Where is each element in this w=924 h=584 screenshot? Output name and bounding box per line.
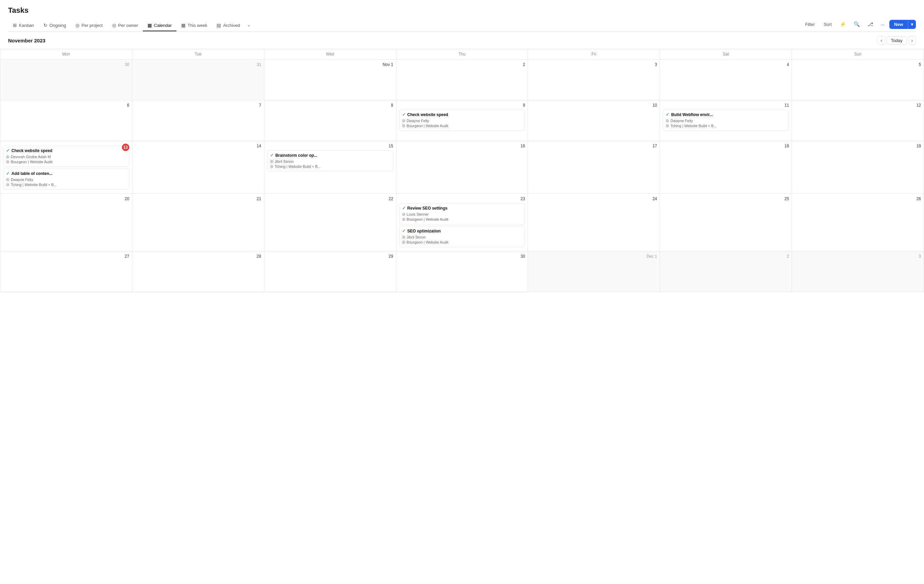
tab-icon-ongoing: ↻	[43, 23, 48, 28]
task-title-t4: ✓Add table of conten...	[6, 171, 126, 176]
project-icon: ◎	[6, 160, 10, 164]
calendar-day-3-4[interactable]: 24	[528, 194, 660, 251]
share-button[interactable]: ⎇	[865, 20, 876, 29]
day-number-1-1: 7	[135, 103, 261, 108]
calendar-day-1-4[interactable]: 10	[528, 100, 660, 141]
calendar-day-1-0[interactable]: 6	[0, 100, 132, 141]
calendar-day-2-5[interactable]: 18	[660, 141, 792, 193]
calendar-day-2-0[interactable]: 13✓Check website speed◎Devorah Grothe Ad…	[0, 141, 132, 193]
calendar-day-2-1[interactable]: 14	[132, 141, 264, 193]
search-button[interactable]: 🔍	[851, 20, 863, 29]
calendar-day-3-6[interactable]: 26	[792, 194, 924, 251]
task-assignee-t6: ◎Louis Sterner	[402, 212, 522, 216]
calendar-day-0-3[interactable]: 2	[396, 59, 528, 100]
day-number-0-5: 4	[663, 62, 789, 67]
calendar-day-1-2[interactable]: 8	[264, 100, 396, 141]
calendar-week-2: 13✓Check website speed◎Devorah Grothe Ad…	[0, 141, 924, 194]
next-button[interactable]: ›	[908, 36, 916, 45]
tab-ongoing[interactable]: ↻Ongoing	[39, 20, 71, 31]
calendar-day-2-3[interactable]: 16	[396, 141, 528, 193]
calendar-day-4-6[interactable]: 3	[792, 251, 924, 292]
day-number-1-0: 6	[3, 103, 129, 108]
prev-button[interactable]: ‹	[878, 36, 885, 45]
calendar-day-0-6[interactable]: 5	[792, 59, 924, 100]
today-badge: 13	[122, 144, 129, 151]
task-card-t5[interactable]: ✓Brainstorm color op...◎Jibril Simon◎Tch…	[267, 150, 393, 171]
day-header-sun: Sun	[792, 49, 924, 59]
sort-button[interactable]: Sort	[820, 20, 835, 29]
header: Tasks ⊞Kanban↻Ongoing◎Per project◎Per ow…	[0, 0, 924, 32]
day-number-2-3: 16	[399, 144, 525, 148]
calendar-day-0-4[interactable]: 3	[528, 59, 660, 100]
assignee-icon: ◎	[402, 235, 406, 239]
day-number-0-2: Nov 1	[267, 62, 393, 67]
lightning-button[interactable]: ⚡	[837, 20, 849, 29]
tab-per-project[interactable]: ◎Per project	[71, 20, 107, 31]
calendar-day-1-5[interactable]: 11✓Build Webflow envir...◎Dwayne Felty◎T…	[660, 100, 792, 141]
task-project-t2: ◎Tching | Website Build + B...	[666, 123, 786, 128]
more-button[interactable]: ···	[878, 20, 888, 29]
calendar-day-4-1[interactable]: 28	[132, 251, 264, 292]
day-header-wed: Wed	[264, 49, 396, 59]
day-header-fri: Fri	[528, 49, 660, 59]
task-card-t1[interactable]: ✓Check website speed◎Dwayne Felty◎Bourge…	[399, 110, 525, 131]
add-tab-button[interactable]: +	[245, 21, 253, 31]
calendar-day-0-1[interactable]: 31	[132, 59, 264, 100]
calendar-day-2-4[interactable]: 17	[528, 141, 660, 193]
tab-icon-per-project: ◎	[76, 23, 79, 28]
calendar-day-0-2[interactable]: Nov 1	[264, 59, 396, 100]
task-card-t3[interactable]: ✓Check website speed◎Devorah Grothe Adah…	[3, 146, 129, 167]
day-number-1-4: 10	[531, 103, 657, 108]
app-container: Tasks ⊞Kanban↻Ongoing◎Per project◎Per ow…	[0, 0, 924, 584]
calendar-day-2-6[interactable]: 19	[792, 141, 924, 193]
toolbar-right: Filter Sort ⚡ 🔍 ⎇ ··· New ▾	[802, 20, 916, 31]
filter-button[interactable]: Filter	[802, 20, 818, 29]
day-number-3-6: 26	[795, 196, 921, 201]
calendar-day-4-5[interactable]: 2	[660, 251, 792, 292]
calendar-day-1-6[interactable]: 12	[792, 100, 924, 141]
calendar-day-0-0[interactable]: 30	[0, 59, 132, 100]
task-project-t7: ◎Bourgeon | Website Audit	[402, 240, 522, 244]
task-project-t3: ◎Bourgeon | Website Audit	[6, 160, 126, 164]
assignee-icon: ◎	[270, 159, 274, 163]
calendar-day-3-1[interactable]: 21	[132, 194, 264, 251]
calendar-day-3-5[interactable]: 25	[660, 194, 792, 251]
day-number-3-1: 21	[135, 196, 261, 201]
calendar-day-3-3[interactable]: 23✓Review SEO settings◎Louis Sterner◎Bou…	[396, 194, 528, 251]
task-card-t7[interactable]: ✓SEO optimization◎Jibril Simon◎Bourgeon …	[399, 226, 525, 247]
calendar-day-4-4[interactable]: Dec 1	[528, 251, 660, 292]
today-button[interactable]: Today	[887, 36, 907, 45]
tab-archived[interactable]: ▤Archived	[212, 20, 245, 31]
day-number-3-2: 22	[267, 196, 393, 201]
calendar-day-3-0[interactable]: 20	[0, 194, 132, 251]
tab-label-archived: Archived	[223, 23, 240, 28]
task-card-t2[interactable]: ✓Build Webflow envir...◎Dwayne Felty◎Tch…	[663, 110, 789, 131]
sort-label: Sort	[823, 22, 832, 27]
day-header-tue: Tue	[132, 49, 264, 59]
calendar-day-1-3[interactable]: 9✓Check website speed◎Dwayne Felty◎Bourg…	[396, 100, 528, 141]
calendar-day-4-2[interactable]: 29	[264, 251, 396, 292]
new-button[interactable]: New ▾	[889, 20, 916, 29]
task-card-t6[interactable]: ✓Review SEO settings◎Louis Sterner◎Bourg…	[399, 203, 525, 224]
task-title-t6: ✓Review SEO settings	[402, 206, 522, 211]
day-number-2-4: 17	[531, 144, 657, 148]
new-button-chevron-icon[interactable]: ▾	[908, 20, 916, 29]
calendar-day-1-1[interactable]: 7	[132, 100, 264, 141]
day-number-4-1: 28	[135, 254, 261, 259]
calendar-day-3-2[interactable]: 22	[264, 194, 396, 251]
tab-kanban[interactable]: ⊞Kanban	[8, 20, 39, 31]
task-card-t4[interactable]: ✓Add table of conten...◎Dwayne Felty◎Tch…	[3, 169, 129, 190]
tab-calendar[interactable]: ▦Calendar	[143, 20, 177, 31]
day-number-2-2: 15	[267, 144, 393, 148]
day-headers: MonTueWedThuFriSatSun	[0, 49, 924, 59]
task-project-t4: ◎Tching | Website Build + B...	[6, 182, 126, 187]
tab-per-owner[interactable]: ◎Per owner	[107, 20, 143, 31]
calendar-day-4-0[interactable]: 27	[0, 251, 132, 292]
tab-this-week[interactable]: ▦This week	[177, 20, 212, 31]
day-number-4-0: 27	[3, 254, 129, 259]
task-check-icon: ✓	[666, 112, 670, 117]
calendar-day-2-2[interactable]: 15✓Brainstorm color op...◎Jibril Simon◎T…	[264, 141, 396, 193]
calendar-day-4-3[interactable]: 30	[396, 251, 528, 292]
filter-label: Filter	[805, 22, 815, 27]
calendar-day-0-5[interactable]: 4	[660, 59, 792, 100]
